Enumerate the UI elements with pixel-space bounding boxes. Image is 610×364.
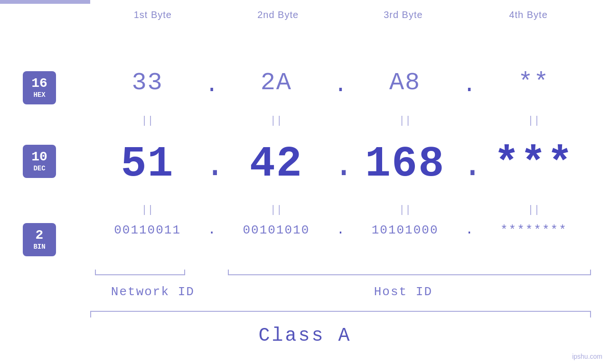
- dec-byte2-value: 42: [250, 140, 303, 188]
- bin-badge-label: BIN: [33, 243, 45, 251]
- eq2-hex-dec: ||: [219, 115, 333, 127]
- hex-badge-label: HEX: [33, 91, 45, 99]
- byte1-header: 1st Byte: [90, 9, 216, 20]
- eq-spacer5: [334, 204, 348, 216]
- dec-byte4-value: ***: [494, 140, 573, 188]
- dec-byte3-value: 168: [365, 140, 445, 188]
- eq-spacer1: [205, 115, 219, 127]
- class-label: Class A: [0, 325, 610, 346]
- hex-byte1: 33: [90, 69, 205, 97]
- eq-spacer6: [462, 204, 477, 216]
- bin-dot3: .: [462, 224, 477, 237]
- hex-byte1-value: 33: [131, 69, 163, 97]
- network-id-label: Network ID: [90, 285, 216, 299]
- dec-row: 51 . 42 . 168 . ***: [90, 140, 591, 188]
- hex-byte2-value: 2A: [261, 69, 292, 97]
- dec-dot3: .: [462, 149, 477, 183]
- bin-byte2: 00101010: [219, 223, 333, 237]
- dec-badge: 10 DEC: [23, 145, 56, 178]
- dec-byte2: 42: [219, 140, 333, 188]
- hex-byte4-value: **: [518, 69, 549, 97]
- main-container: 1st Byte 2nd Byte 3rd Byte 4th Byte 16 H…: [0, 0, 610, 364]
- eq3-dec-bin: ||: [348, 204, 462, 216]
- hex-badge: 16 HEX: [23, 71, 56, 104]
- dec-badge-number: 10: [31, 150, 47, 164]
- byte3-header: 3rd Byte: [341, 9, 466, 20]
- hex-dot2: .: [334, 74, 348, 96]
- eq3-hex-dec: ||: [348, 115, 462, 127]
- watermark: ipshu.com: [572, 353, 602, 360]
- hex-dot3: .: [462, 74, 477, 96]
- eq2-dec-bin: ||: [219, 204, 333, 216]
- dec-byte3: 168: [348, 140, 462, 188]
- hex-byte3: A8: [348, 69, 462, 97]
- dec-badge-label: DEC: [33, 165, 45, 172]
- dec-byte4: ***: [477, 140, 591, 188]
- bin-byte4-value: ********: [500, 223, 567, 237]
- hex-byte2: 2A: [219, 69, 333, 97]
- eq1-dec-bin: ||: [90, 204, 205, 216]
- hex-row: 33 . 2A . A8 . **: [90, 69, 591, 97]
- hex-byte4: **: [477, 69, 591, 97]
- eq1-hex-dec: ||: [90, 115, 205, 127]
- dec-dot2: .: [334, 149, 348, 183]
- bin-byte2-value: 00101010: [243, 223, 310, 237]
- equals-hex-dec: || || || ||: [90, 115, 591, 127]
- bin-dot2: .: [334, 224, 348, 237]
- hex-dot1: .: [205, 74, 219, 96]
- eq4-dec-bin: ||: [477, 204, 591, 216]
- segment-labels: Network ID Host ID: [90, 285, 591, 299]
- dec-byte1-value: 51: [121, 140, 174, 188]
- equals-dec-bin: || || || ||: [90, 204, 591, 216]
- bottom-bracket-host: [228, 270, 591, 275]
- bottom-bracket-network: [95, 270, 185, 275]
- bin-badge-number: 2: [36, 229, 44, 242]
- dec-dot1: .: [205, 149, 219, 183]
- byte4-header: 4th Byte: [466, 9, 591, 20]
- hex-badge-number: 16: [31, 77, 47, 90]
- bin-byte1-value: 00110011: [114, 223, 181, 237]
- bin-row: 00110011 . 00101010 . 10101000 . *******…: [90, 223, 591, 237]
- eq4-hex-dec: ||: [477, 115, 591, 127]
- byte-headers: 1st Byte 2nd Byte 3rd Byte 4th Byte: [90, 9, 591, 20]
- bin-byte1: 00110011: [90, 223, 205, 237]
- full-bottom-bracket: [90, 311, 591, 312]
- bin-byte3: 10101000: [348, 223, 462, 237]
- eq-spacer3: [462, 115, 477, 127]
- hex-byte3-value: A8: [389, 69, 421, 97]
- bin-byte4: ********: [477, 223, 591, 237]
- eq-spacer2: [334, 115, 348, 127]
- top-bracket-byte4: [0, 3, 90, 4]
- byte2-header: 2nd Byte: [216, 9, 341, 20]
- host-id-label: Host ID: [216, 285, 591, 299]
- bin-badge: 2 BIN: [23, 223, 56, 256]
- eq-spacer4: [205, 204, 219, 216]
- bin-byte3-value: 10101000: [372, 223, 439, 237]
- dec-byte1: 51: [90, 140, 205, 188]
- bin-dot1: .: [205, 224, 219, 237]
